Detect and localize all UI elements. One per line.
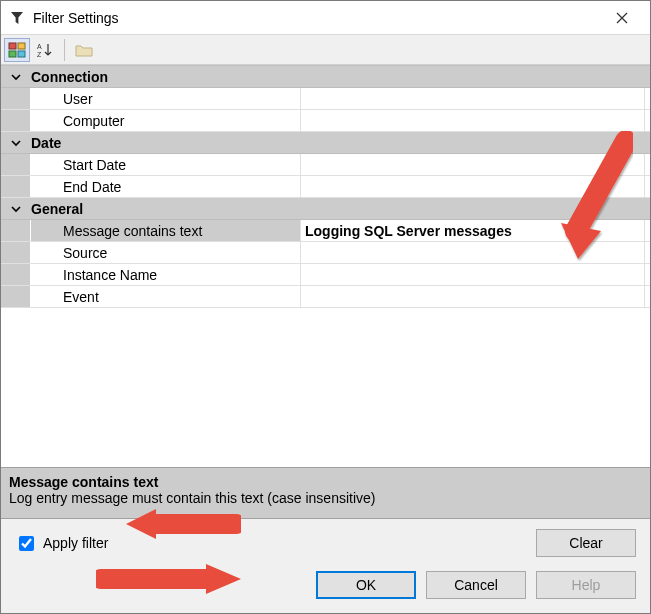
- toolbar: A Z: [1, 35, 650, 65]
- clear-button[interactable]: Clear: [536, 529, 636, 557]
- apply-filter-checkbox[interactable]: Apply filter: [15, 533, 108, 554]
- property-label: End Date: [31, 176, 301, 197]
- property-value[interactable]: [301, 154, 644, 175]
- cancel-button[interactable]: Cancel: [426, 571, 526, 599]
- funnel-icon: [9, 10, 25, 26]
- property-value[interactable]: [301, 242, 644, 263]
- apply-filter-label: Apply filter: [43, 535, 108, 551]
- category-date[interactable]: Date: [1, 132, 650, 154]
- filter-settings-dialog: Filter Settings A Z: [0, 0, 651, 614]
- titlebar: Filter Settings: [1, 1, 650, 35]
- close-button[interactable]: [602, 4, 642, 32]
- chevron-down-icon[interactable]: [1, 132, 31, 153]
- property-label: Instance Name: [31, 264, 301, 285]
- category-connection[interactable]: Connection: [1, 66, 650, 88]
- chevron-down-icon[interactable]: [1, 198, 31, 219]
- row-message-contains[interactable]: Message contains text Logging SQL Server…: [1, 220, 650, 242]
- description-panel: Message contains text Log entry message …: [1, 467, 650, 518]
- property-label: Message contains text: [31, 220, 301, 241]
- row-source[interactable]: Source: [1, 242, 650, 264]
- row-start-date[interactable]: Start Date: [1, 154, 650, 176]
- view-categorized-button[interactable]: [4, 38, 30, 62]
- category-label: General: [31, 198, 301, 219]
- category-label: Connection: [31, 66, 301, 87]
- property-value[interactable]: [301, 110, 644, 131]
- svg-rect-2: [9, 51, 16, 57]
- folder-button[interactable]: [71, 38, 97, 62]
- property-label: Start Date: [31, 154, 301, 175]
- property-label: User: [31, 88, 301, 109]
- view-alphabetical-button[interactable]: A Z: [32, 38, 58, 62]
- property-value[interactable]: [301, 264, 644, 285]
- row-user[interactable]: User: [1, 88, 650, 110]
- toolbar-separator: [64, 39, 65, 61]
- svg-rect-3: [18, 51, 25, 57]
- description-text: Log entry message must contain this text…: [9, 490, 642, 506]
- property-value[interactable]: [301, 286, 644, 307]
- window-title: Filter Settings: [33, 10, 602, 26]
- svg-rect-0: [9, 43, 16, 49]
- property-label: Event: [31, 286, 301, 307]
- row-end-date[interactable]: End Date: [1, 176, 650, 198]
- property-value[interactable]: Logging SQL Server messages: [301, 220, 644, 241]
- property-label: Computer: [31, 110, 301, 131]
- property-value[interactable]: [301, 176, 644, 197]
- svg-rect-1: [18, 43, 25, 49]
- chevron-down-icon[interactable]: [1, 66, 31, 87]
- property-value[interactable]: [301, 88, 644, 109]
- footer: Apply filter Clear OK Cancel Help: [1, 518, 650, 613]
- help-button: Help: [536, 571, 636, 599]
- ok-button[interactable]: OK: [316, 571, 416, 599]
- row-event[interactable]: Event: [1, 286, 650, 308]
- description-title: Message contains text: [9, 474, 642, 490]
- apply-filter-input[interactable]: [19, 536, 34, 551]
- category-label: Date: [31, 132, 301, 153]
- property-label: Source: [31, 242, 301, 263]
- svg-text:Z: Z: [37, 51, 42, 58]
- category-general[interactable]: General: [1, 198, 650, 220]
- row-instance-name[interactable]: Instance Name: [1, 264, 650, 286]
- row-computer[interactable]: Computer: [1, 110, 650, 132]
- property-grid: Connection User Computer Date Start Date: [1, 65, 650, 308]
- grid-empty-area: [1, 308, 650, 467]
- svg-text:A: A: [37, 43, 42, 50]
